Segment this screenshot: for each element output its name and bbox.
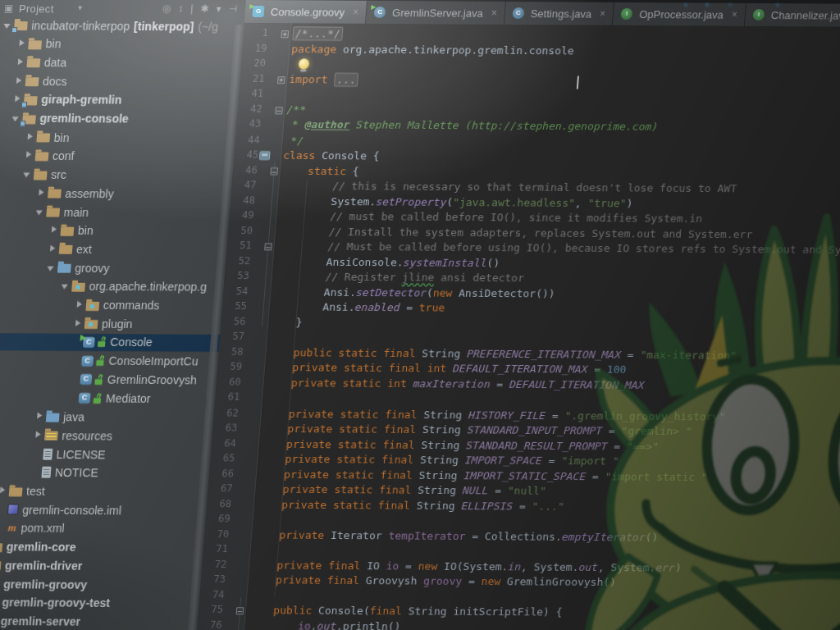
code-line[interactable]: private Iterator tempIterator = Collecti… [253,528,659,546]
tree-item-data[interactable]: data [0,53,242,72]
tree-expanded-arrow-icon[interactable] [34,208,47,216]
line-number[interactable]: 42 [237,103,262,118]
line-number[interactable]: 57 [219,331,244,346]
line-number[interactable]: 73 [200,573,226,589]
line-number[interactable]: 53 [224,270,249,285]
line-number[interactable]: 69 [205,513,231,528]
tree-item-license[interactable]: LICENSE [0,445,212,463]
code-line[interactable] [290,57,290,73]
tree-collapsed-arrow-icon[interactable] [49,226,62,235]
line-number[interactable]: 43 [235,118,261,134]
tree-item-main[interactable]: main [0,203,231,221]
tree-item-groovy[interactable]: groovy [0,258,226,277]
tree-item-giraph-gremlin[interactable]: giraph-gremlin [0,91,239,110]
tree-item-conf[interactable]: conf [0,147,235,166]
tree-collapsed-arrow-icon[interactable] [25,133,37,141]
line-number[interactable]: 20 [240,57,266,73]
tree-item-gremlin-driver[interactable]: gremlin-driver [0,556,203,575]
line-number[interactable]: 66 [208,467,234,482]
tree-item-mediator[interactable]: CMediator [0,389,216,408]
line-number[interactable]: 60 [216,376,241,391]
fold-collapse-icon[interactable]: – [275,107,283,114]
tree-expanded-arrow-icon[interactable] [46,263,58,272]
line-number[interactable]: 63 [212,422,237,437]
tree-collapsed-arrow-icon[interactable] [36,189,48,197]
code-line[interactable]: package org.apache.tinkerpop.gremlin.con… [291,43,575,60]
code-line[interactable]: static { [281,164,359,180]
tree-item-plugin[interactable]: plugin [0,314,221,333]
line-number[interactable]: 64 [211,436,236,452]
code-line[interactable] [254,513,255,528]
code-line[interactable]: private static int maxIteration = DEFAUL… [265,377,645,395]
tree-item-commands[interactable]: commands [0,296,223,315]
line-number[interactable]: 58 [218,345,244,361]
code-line[interactable]: io.out.println() [246,619,401,630]
tree-item-gremlin-groovy[interactable]: gremlin-groovy [0,575,201,594]
tree-collapsed-arrow-icon[interactable] [34,413,47,421]
code-line[interactable]: /** [286,103,307,119]
close-tab-icon[interactable]: × [600,9,606,19]
tree-collapsed-arrow-icon[interactable] [75,301,87,309]
tree-collapsed-arrow-icon[interactable] [73,319,85,327]
code-line[interactable]: } [270,316,304,331]
code-line[interactable] [268,331,269,346]
code-line[interactable] [249,589,249,605]
line-number[interactable]: 75 [198,604,223,619]
intention-bulb-icon[interactable] [298,58,309,69]
line-number[interactable]: 76 [197,619,222,630]
code-line[interactable]: private static final String ELLIPSIS = "… [255,498,564,515]
line-number[interactable]: 62 [213,406,239,422]
code-line[interactable] [287,88,288,103]
tab-console-groovy[interactable]: GConsole.groovy× [244,0,368,24]
run-class-gutter-icon[interactable] [259,151,271,160]
tree-collapsed-arrow-icon[interactable] [16,58,28,66]
line-number[interactable]: 50 [227,224,253,240]
line-number[interactable]: 59 [217,361,242,377]
line-number[interactable]: 54 [222,285,248,300]
line-number[interactable]: 74 [199,588,225,604]
tree-item-assembly[interactable]: assembly [0,184,231,203]
fold-collapse-icon[interactable]: – [236,607,244,614]
line-number[interactable]: 41 [238,88,263,103]
tree-collapsed-arrow-icon[interactable] [16,39,29,48]
code-line[interactable]: /*...*/ [292,27,343,43]
tree-item-bin[interactable]: bin [0,35,244,54]
fold-expand-icon[interactable]: + [281,30,289,38]
code-line[interactable]: import ... [289,73,359,89]
code-line[interactable]: class Console { [282,148,380,164]
tree-collapsed-arrow-icon[interactable] [0,486,10,495]
close-tab-icon[interactable]: × [731,10,737,20]
line-number[interactable]: 45 [233,148,258,164]
line-number[interactable]: 67 [208,482,233,498]
tree-expanded-arrow-icon[interactable] [22,170,34,178]
line-number[interactable]: 52 [225,254,250,270]
line-number[interactable]: 46 [232,163,258,179]
tab-gremlinserver-java[interactable]: CGremlinServer.java× [366,1,506,25]
tree-item-bin[interactable]: bin [0,128,236,147]
fold-collapse-icon[interactable]: – [264,243,272,250]
tree-item-docs[interactable]: docs [0,72,240,91]
line-number[interactable]: 71 [203,543,228,559]
tree-item-incubator-tinkerpop[interactable]: incubator-tinkerpop[tinkerpop](~/g [0,16,244,35]
code-line[interactable] [263,391,264,407]
tree-item-src[interactable]: src [0,166,233,185]
line-number[interactable]: 49 [229,209,254,225]
tree-item-console[interactable]: CConsole [0,333,220,352]
code-editor[interactable]: 1+192021+4142–43444546–4748495051–525354… [194,23,840,630]
close-tab-icon[interactable]: × [491,8,497,18]
code-line[interactable]: private static final String NULL = "null… [257,482,547,500]
fold-collapse-icon[interactable]: – [270,167,278,175]
line-number[interactable]: 19 [242,42,267,57]
line-number[interactable]: 1 [243,27,268,43]
line-number[interactable]: 56 [221,315,246,331]
tree-collapsed-arrow-icon[interactable] [14,77,26,85]
tree-item-gremlin-console[interactable]: gremlin-console [0,110,237,129]
code-line[interactable]: // Register jline ansi detector [273,270,525,286]
tree-item-org-apache-tinkerpop-g[interactable]: org.apache.tinkerpop.g [0,277,224,296]
tree-item-resources[interactable]: resources [0,426,212,445]
line-number[interactable]: 68 [206,497,231,513]
line-number[interactable]: 70 [203,527,229,543]
code-line[interactable]: public Console(final String initScriptFi… [247,604,563,621]
line-number[interactable]: 21 [240,72,265,88]
line-number[interactable]: 65 [210,452,235,468]
